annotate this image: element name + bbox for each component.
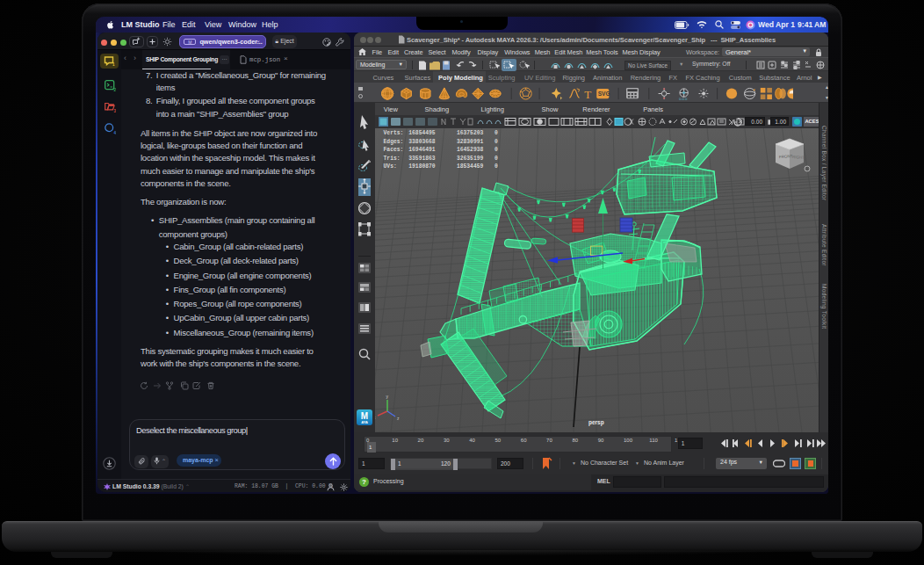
- svg-text:32635199: 32635199: [457, 156, 483, 162]
- svg-text:RIGHT: RIGHT: [792, 155, 805, 160]
- svg-text:16375203: 16375203: [457, 130, 483, 136]
- svg-text:4: 4: [114, 130, 117, 134]
- svg-text:persp: persp: [588, 419, 604, 426]
- svg-text:Tris:: Tris:: [384, 156, 401, 162]
- svg-text:SVG: SVG: [598, 91, 610, 97]
- svg-text:32830991: 32830991: [457, 139, 483, 145]
- svg-text:0,0,0: 0,0,0: [679, 96, 688, 99]
- svg-text:3: 3: [114, 108, 117, 112]
- svg-text:Faces:: Faces:: [384, 147, 404, 153]
- svg-text:1: 1: [112, 62, 115, 67]
- svg-text:16452938: 16452938: [457, 147, 483, 153]
- svg-text:0: 0: [494, 163, 498, 170]
- svg-text:0: 0: [494, 139, 498, 145]
- svg-text:0: 0: [494, 156, 498, 162]
- svg-text:0: 0: [494, 147, 498, 153]
- svg-text:16854495: 16854495: [408, 130, 435, 136]
- svg-text:2: 2: [114, 88, 117, 91]
- svg-text:19180870: 19180870: [408, 163, 435, 170]
- svg-text:Verts:: Verts:: [384, 130, 404, 136]
- svg-text:18534459: 18534459: [457, 163, 483, 170]
- svg-text:T: T: [584, 87, 591, 99]
- svg-text:0: 0: [494, 130, 498, 136]
- svg-text:33591863: 33591863: [408, 156, 435, 162]
- svg-text:33803668: 33803668: [408, 139, 435, 145]
- svg-text:y: y: [386, 394, 389, 399]
- svg-text:Edges:: Edges:: [384, 139, 404, 145]
- svg-text:z: z: [397, 416, 400, 421]
- svg-text:UVs:: UVs:: [384, 163, 397, 170]
- svg-text:x: x: [375, 415, 376, 420]
- svg-text:16946491: 16946491: [408, 147, 435, 153]
